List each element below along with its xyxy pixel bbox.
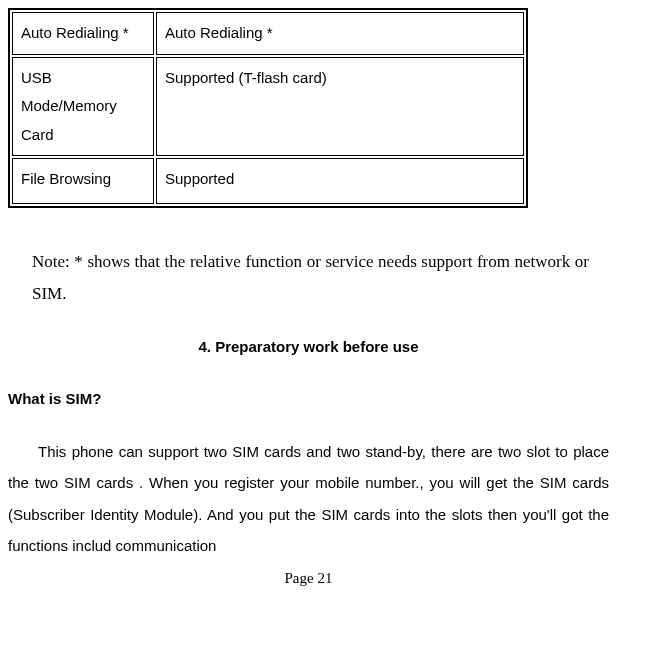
- table-row: Auto Redialing * Auto Redialing *: [12, 12, 524, 55]
- table: Auto Redialing * Auto Redialing * USB Mo…: [10, 10, 526, 206]
- table-row: USB Mode/Memory Card Supported (T-flash …: [12, 57, 524, 157]
- cell-value: Auto Redialing *: [156, 12, 524, 55]
- note-text: Note: * shows that the relative function…: [32, 246, 589, 311]
- cell-label: USB Mode/Memory Card: [12, 57, 154, 157]
- cell-label: Auto Redialing *: [12, 12, 154, 55]
- section-title: 4. Preparatory work before use: [8, 333, 609, 362]
- cell-label: File Browsing: [12, 158, 154, 204]
- cell-value: Supported (T-flash card): [156, 57, 524, 157]
- page-number: Page 21: [8, 564, 609, 593]
- cell-value: Supported: [156, 158, 524, 204]
- sub-heading: What is SIM?: [8, 385, 609, 414]
- body-paragraph: This phone can support two SIM cards and…: [8, 436, 609, 562]
- spec-table: Auto Redialing * Auto Redialing * USB Mo…: [8, 8, 528, 208]
- table-row: File Browsing Supported: [12, 158, 524, 204]
